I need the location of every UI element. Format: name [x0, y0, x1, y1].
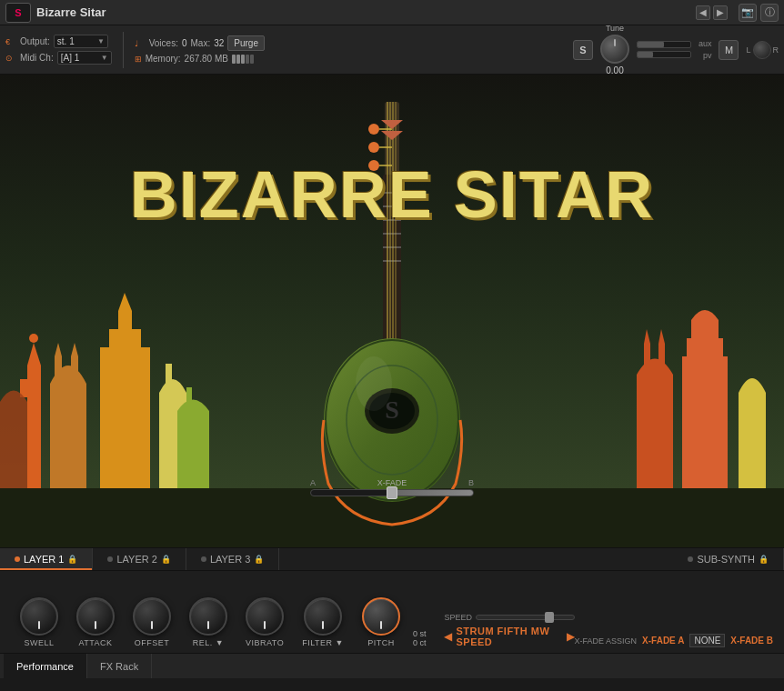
tune-slider-1[interactable]: [637, 41, 691, 48]
tab-layer2[interactable]: LAYER 2 🔒: [93, 548, 186, 570]
svg-rect-17: [135, 397, 142, 408]
sub-synth-lock: 🔒: [759, 555, 769, 564]
xfade-track[interactable]: [310, 489, 474, 496]
vibrato-knob[interactable]: [246, 597, 284, 636]
voices-label: Voices:: [149, 38, 178, 48]
pitch-label: PITCH: [367, 638, 395, 647]
bottom-tab-performance[interactable]: Performance: [4, 654, 87, 678]
layer3-label: LAYER 3: [210, 554, 250, 565]
pitch-ct-value: 0 ct: [413, 638, 427, 647]
preset-name: STRUM FIFTH MW SPEED: [456, 626, 562, 647]
xfade-thumb[interactable]: [387, 486, 397, 499]
knob-group-rel: REL. ▼: [180, 597, 236, 647]
svg-rect-16: [111, 397, 118, 408]
memory-value: 267.80 MB: [185, 54, 228, 64]
divider-1: [123, 32, 124, 68]
r-label: R: [773, 45, 779, 55]
logo-button[interactable]: S: [5, 3, 31, 23]
max-value: 32: [214, 38, 224, 48]
max-label: Max:: [191, 38, 211, 48]
fxrack-tab-label: FX Rack: [100, 661, 138, 672]
knob-group-offset: OFFSET: [124, 597, 180, 647]
layer1-lock: 🔒: [67, 555, 77, 564]
output-dropdown[interactable]: st. 1 ▼: [54, 35, 108, 48]
s-button[interactable]: S: [573, 40, 593, 60]
l-label: L: [746, 45, 750, 55]
mem-bar-1: [232, 55, 236, 64]
svg-rect-32: [739, 393, 766, 493]
midi-dropdown[interactable]: [A] 1 ▼: [57, 51, 112, 65]
svg-rect-14: [111, 370, 118, 381]
memory-label: Memory:: [146, 54, 181, 64]
artwork-svg: S: [0, 75, 784, 547]
tab-sub-synth[interactable]: SUB-SYNTH 🔒: [673, 548, 784, 570]
aux-label: aux: [699, 39, 712, 48]
voices-value: 0: [182, 38, 187, 48]
offset-knob[interactable]: [133, 597, 171, 636]
performance-tab-label: Performance: [16, 661, 74, 672]
filter-knob[interactable]: [304, 597, 342, 636]
mem-bar-4: [246, 55, 249, 64]
pitch-knob[interactable]: [362, 597, 400, 636]
tune-knob[interactable]: [600, 35, 629, 64]
voices-group: ♩ Voices: 0 Max: 32 Purge ⊞ Memory: 267.…: [135, 35, 265, 64]
preset-prev-arrow[interactable]: ◀: [444, 630, 452, 643]
svg-point-61: [356, 356, 392, 411]
xfade-none-option[interactable]: NONE: [689, 634, 725, 647]
svg-rect-21: [644, 344, 650, 375]
layer2-label: LAYER 2: [116, 554, 156, 565]
swell-label: SWELL: [24, 638, 54, 647]
tune-knob-area: Tune 0.00: [600, 24, 629, 75]
layer1-label: LAYER 1: [24, 554, 64, 565]
bottom-tab-fxrack[interactable]: FX Rack: [87, 654, 152, 678]
memory-bars: [232, 55, 254, 64]
svg-point-39: [368, 142, 379, 153]
lr-knob[interactable]: [753, 41, 771, 59]
tune-section: S Tune 0.00 aux pv M L R: [573, 24, 779, 75]
tune-slider-2[interactable]: [637, 51, 691, 58]
svg-rect-10: [100, 347, 150, 493]
speed-thumb: [545, 612, 554, 623]
filter-label: FILTER ▼: [302, 638, 344, 647]
midi-label: Midi Ch:: [20, 53, 54, 63]
xfade-b-option[interactable]: X-FADE B: [730, 636, 773, 646]
purge-button[interactable]: Purge: [227, 35, 265, 51]
xfade-a-option[interactable]: X-FADE A: [642, 636, 684, 646]
offset-label: OFFSET: [135, 638, 170, 647]
svg-rect-11: [109, 329, 141, 347]
attack-knob[interactable]: [76, 597, 115, 636]
rel-knob[interactable]: [189, 597, 227, 636]
svg-rect-23: [658, 344, 665, 375]
tab-layer1[interactable]: LAYER 1 🔒: [0, 548, 93, 570]
knob-group-vibrato: VIBRATO: [236, 597, 293, 647]
info-button[interactable]: ⓘ: [760, 4, 779, 22]
output-group: € Output: st. 1 ▼ ⊙ Midi Ch: [A] 1 ▼: [5, 35, 112, 65]
nav-next-button[interactable]: ▶: [713, 5, 728, 20]
svg-rect-19: [166, 364, 172, 393]
layer2-led: [107, 556, 113, 562]
layer-tabs-bar: LAYER 1 🔒 LAYER 2 🔒 LAYER 3 🔒 SUB-SYNTH …: [0, 547, 784, 571]
sub-synth-label: SUB-SYNTH: [697, 554, 755, 565]
preset-next-arrow[interactable]: ▶: [567, 630, 575, 643]
pv-label: pv: [699, 51, 712, 60]
swell-knob[interactable]: [20, 597, 58, 636]
speed-row: SPEED: [444, 613, 574, 622]
tab-layer3[interactable]: LAYER 3 🔒: [186, 548, 279, 570]
svg-rect-5: [50, 384, 86, 493]
vibrato-label: VIBRATO: [246, 638, 284, 647]
speed-slider[interactable]: [476, 615, 575, 620]
svg-rect-26: [687, 338, 723, 356]
camera-button[interactable]: 📷: [739, 4, 757, 22]
xfade-b-label: B: [468, 478, 474, 487]
svg-rect-34: [177, 411, 209, 493]
xfade-fill: [392, 490, 473, 496]
nav-prev-button[interactable]: ◀: [696, 5, 710, 20]
preset-nav: ◀ STRUM FIFTH MW SPEED ▶: [444, 626, 574, 647]
m-button[interactable]: M: [719, 40, 739, 60]
instrument-title: Bizarre Sitar: [36, 5, 696, 19]
svg-rect-15: [135, 370, 142, 381]
knob-group-filter: FILTER ▼: [293, 597, 353, 647]
attack-label: ATTACK: [78, 638, 112, 647]
mem-bar-3: [241, 55, 245, 64]
layer2-lock: 🔒: [161, 555, 171, 564]
